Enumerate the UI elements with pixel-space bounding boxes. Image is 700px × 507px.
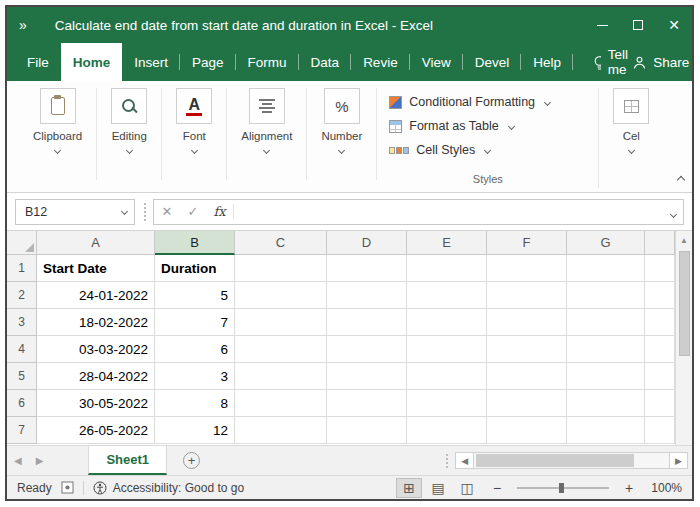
ribbon-group-number[interactable]: % Number <box>307 88 377 180</box>
grid-cell[interactable] <box>235 417 327 444</box>
grid-cell[interactable] <box>645 417 675 444</box>
row-header-4[interactable]: 4 <box>7 336 37 363</box>
name-box-dropdown-icon[interactable] <box>121 208 128 215</box>
page-layout-view-button[interactable]: ▤ <box>425 478 451 498</box>
cell-a7[interactable]: 26-05-2022 <box>37 417 155 444</box>
ribbon-group-cells[interactable]: Cel <box>599 88 653 180</box>
column-header-d[interactable]: D <box>327 231 407 255</box>
column-header-partial[interactable] <box>645 231 675 255</box>
grid-cell[interactable] <box>327 336 407 363</box>
ribbon-group-editing[interactable]: Editing <box>97 88 162 180</box>
tab-help[interactable]: Help <box>521 43 573 81</box>
row-header-6[interactable]: 6 <box>7 390 37 417</box>
grid-cell[interactable] <box>235 363 327 390</box>
name-box[interactable]: B12 <box>15 199 135 225</box>
grid-cell[interactable] <box>327 390 407 417</box>
normal-view-button[interactable]: ⊞ <box>396 478 422 498</box>
grid-cell[interactable] <box>407 336 487 363</box>
chevron-down-icon[interactable] <box>338 147 345 154</box>
tab-developer[interactable]: Devel <box>463 43 522 81</box>
zoom-slider[interactable] <box>517 487 609 489</box>
cell-b5[interactable]: 3 <box>155 363 235 390</box>
tell-me-box[interactable]: Tell me <box>593 43 633 81</box>
row-header-7[interactable]: 7 <box>7 417 37 444</box>
insert-function-icon[interactable]: fx <box>206 204 234 219</box>
formula-bar-splitter[interactable] <box>144 203 146 221</box>
column-header-b-selected[interactable]: B <box>155 231 235 255</box>
conditional-formatting-button[interactable]: Conditional Formatting <box>387 90 588 114</box>
column-header-c[interactable]: C <box>235 231 327 255</box>
grid-cell[interactable] <box>487 336 567 363</box>
column-header-g[interactable]: G <box>567 231 645 255</box>
share-button[interactable]: Share <box>633 43 689 81</box>
horizontal-scrollbar[interactable] <box>474 452 669 469</box>
grid-cell[interactable] <box>235 255 327 282</box>
grid-cell[interactable] <box>327 417 407 444</box>
zoom-in-button[interactable]: + <box>621 480 637 496</box>
grid-cell[interactable] <box>487 363 567 390</box>
tab-splitter-handle[interactable] <box>446 454 448 468</box>
font-icon[interactable]: A <box>176 88 212 124</box>
alignment-icon[interactable] <box>249 88 285 124</box>
grid-cell[interactable] <box>645 336 675 363</box>
formula-bar-expand-icon[interactable] <box>664 203 683 221</box>
cell-b7[interactable]: 12 <box>155 417 235 444</box>
grid-cell[interactable] <box>567 309 645 336</box>
column-header-f[interactable]: F <box>487 231 567 255</box>
grid-cell[interactable] <box>567 390 645 417</box>
quick-access-toolbar-icon[interactable]: » <box>19 17 25 33</box>
tab-file[interactable]: File <box>15 43 61 81</box>
search-icon[interactable] <box>111 88 147 124</box>
new-sheet-button[interactable]: + <box>183 452 200 469</box>
grid-cell[interactable] <box>327 282 407 309</box>
ribbon-group-font[interactable]: A Font <box>162 88 227 180</box>
row-header-5[interactable]: 5 <box>7 363 37 390</box>
grid-cell[interactable] <box>645 255 675 282</box>
chevron-down-icon[interactable] <box>628 147 635 154</box>
percent-icon[interactable]: % <box>324 88 360 124</box>
cell-a2[interactable]: 24-01-2022 <box>37 282 155 309</box>
cell-b4[interactable]: 6 <box>155 336 235 363</box>
cell-a4[interactable]: 03-03-2022 <box>37 336 155 363</box>
grid-cell[interactable] <box>645 363 675 390</box>
grid-cell[interactable] <box>645 309 675 336</box>
grid-cell[interactable] <box>407 282 487 309</box>
scroll-up-icon[interactable]: ▲ <box>680 236 688 245</box>
zoom-out-button[interactable]: − <box>489 480 505 496</box>
vertical-scrollbar-thumb[interactable] <box>679 251 690 356</box>
grid-cell[interactable] <box>235 282 327 309</box>
grid-cell[interactable] <box>327 255 407 282</box>
chevron-down-icon[interactable] <box>191 147 198 154</box>
column-header-a[interactable]: A <box>37 231 155 255</box>
grid-cell[interactable] <box>645 390 675 417</box>
select-all-button[interactable] <box>7 231 37 255</box>
cell-a3[interactable]: 18-02-2022 <box>37 309 155 336</box>
maximize-button[interactable] <box>620 7 656 43</box>
cell-a5[interactable]: 28-04-2022 <box>37 363 155 390</box>
ribbon-group-clipboard[interactable]: Clipboard <box>19 88 97 180</box>
clipboard-icon[interactable] <box>40 88 76 124</box>
zoom-slider-thumb[interactable] <box>559 483 564 493</box>
cell-a6[interactable]: 30-05-2022 <box>37 390 155 417</box>
grid-cell[interactable] <box>407 309 487 336</box>
tab-home[interactable]: Home <box>61 43 123 81</box>
grid-cell[interactable] <box>235 336 327 363</box>
chevron-down-icon[interactable] <box>126 147 133 154</box>
enter-check-icon[interactable]: ✓ <box>180 204 206 219</box>
status-mode[interactable]: Ready <box>17 481 52 495</box>
cell-b1[interactable]: Duration <box>155 255 235 282</box>
vertical-scrollbar[interactable]: ▲ <box>675 231 692 445</box>
tab-data[interactable]: Data <box>299 43 352 81</box>
zoom-level[interactable]: 100% <box>646 481 682 495</box>
row-header-2[interactable]: 2 <box>7 282 37 309</box>
grid-cell[interactable] <box>487 390 567 417</box>
page-break-view-button[interactable]: ◫ <box>454 478 480 498</box>
format-as-table-button[interactable]: Format as Table <box>387 114 588 138</box>
grid-cell[interactable] <box>407 417 487 444</box>
chevron-down-icon[interactable] <box>54 147 61 154</box>
grid-cell[interactable] <box>407 363 487 390</box>
grid-cell[interactable] <box>567 363 645 390</box>
cell-b3[interactable]: 7 <box>155 309 235 336</box>
row-header-3[interactable]: 3 <box>7 309 37 336</box>
close-button[interactable]: ✕ <box>656 7 692 43</box>
